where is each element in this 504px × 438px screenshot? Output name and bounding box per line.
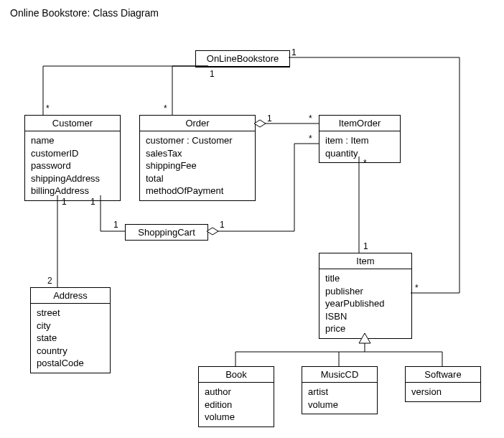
svg-marker-14 (207, 228, 218, 235)
mult: 1 (113, 220, 118, 230)
svg-marker-18 (359, 333, 370, 343)
mult: 1 (220, 220, 225, 230)
mult: 1 (267, 113, 272, 124)
mult: * (46, 103, 50, 113)
mult: 1 (363, 241, 368, 251)
mult: 1 (62, 197, 67, 207)
mult: 1 (210, 69, 215, 79)
mult: * (363, 158, 367, 168)
svg-marker-8 (254, 120, 266, 127)
mult: 1 (90, 197, 95, 207)
connector-layer (0, 0, 504, 438)
mult: * (309, 134, 312, 144)
diagram-canvas: Online Bookstore: Class Diagram OnLineBo… (0, 0, 504, 438)
mult: * (309, 113, 312, 124)
mult: * (164, 103, 167, 113)
mult: * (415, 283, 419, 293)
mult: 1 (291, 47, 297, 57)
mult: 2 (47, 276, 52, 286)
